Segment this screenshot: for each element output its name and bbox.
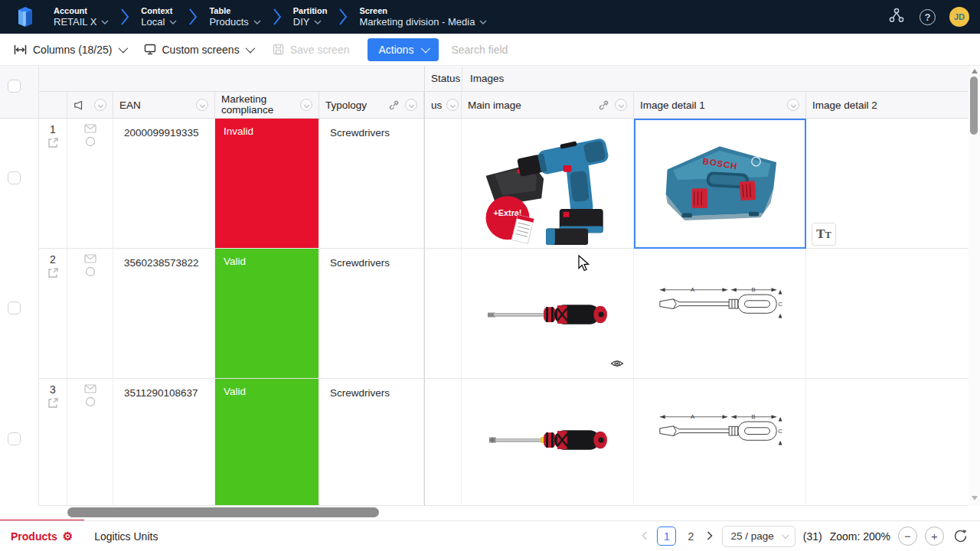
avatar[interactable]: JD (949, 7, 969, 27)
product-image-case: BOSCH (647, 135, 792, 235)
column-header-detail2[interactable]: Image detail 2 (806, 92, 969, 119)
megaphone-icon (74, 100, 83, 110)
compliance-value: Valid (215, 379, 318, 404)
tab-logitics-units[interactable]: Logitics Units (94, 530, 158, 543)
row1-compliance-cell[interactable]: Invalid (215, 119, 319, 249)
columns-selector[interactable]: Columns (18/25) (14, 44, 126, 56)
help-icon[interactable]: ? (920, 9, 936, 25)
envelope-icon[interactable] (84, 124, 96, 133)
row-checkbox[interactable] (8, 302, 21, 315)
gear-icon[interactable]: ⚙ (63, 530, 73, 543)
monitor-icon (144, 44, 156, 55)
row1-typology-cell[interactable]: Screwdrivers (319, 119, 424, 249)
search-input[interactable] (451, 44, 573, 56)
actions-button[interactable]: Actions (368, 38, 439, 61)
breadcrumb-separator-icon (273, 8, 281, 26)
row3-compliance-cell[interactable]: Valid (215, 379, 319, 506)
select-all-checkbox[interactable] (8, 80, 21, 93)
page-size-select[interactable]: 25 / page (722, 526, 795, 547)
breadcrumb-screen-label: Screen (359, 6, 487, 16)
column-menu-icon[interactable] (787, 99, 799, 111)
column-menu-icon[interactable] (94, 99, 106, 111)
row1-main-image-cell[interactable]: +Extra! (462, 119, 634, 249)
column-header-status[interactable]: us (424, 92, 462, 119)
chevron-down-icon (479, 20, 487, 24)
tab-products[interactable]: Products ⚙ (11, 530, 73, 543)
row3-ean-cell[interactable]: 3511290108637 (113, 379, 215, 506)
column-header-notifications[interactable] (67, 92, 113, 119)
envelope-icon[interactable] (84, 384, 96, 393)
row2-main-image-cell[interactable] (462, 249, 634, 379)
column-header-ean[interactable]: EAN (113, 92, 215, 119)
zoom-in-button[interactable]: + (925, 527, 944, 546)
row2-ean-cell[interactable]: 3560238573822 (113, 249, 215, 379)
zoom-out-button[interactable]: − (898, 527, 917, 546)
row3-typology-cell[interactable]: Screwdrivers (319, 379, 424, 506)
row3-status-cell[interactable] (424, 379, 462, 506)
row3-detail1-cell[interactable]: A B C (634, 379, 806, 506)
actions-label: Actions (378, 44, 413, 56)
open-record-icon[interactable] (47, 268, 58, 279)
hierarchy-icon[interactable] (887, 6, 906, 28)
breadcrumb-table[interactable]: Table Products (209, 6, 260, 28)
circle-status-icon[interactable] (85, 266, 96, 277)
breadcrumb-account[interactable]: Account RETAIL X (54, 6, 109, 28)
circle-status-icon[interactable] (85, 396, 96, 407)
page-2-button[interactable]: 2 (684, 530, 697, 543)
chevron-down-icon (253, 20, 261, 24)
vertical-scrollbar-thumb[interactable] (970, 77, 978, 135)
text-format-button[interactable]: Tt (812, 223, 836, 246)
typology-value: Screwdrivers (319, 119, 423, 147)
row2-status-cell[interactable] (424, 249, 462, 379)
chevron-down-icon (118, 44, 128, 54)
row3-detail2-cell[interactable] (806, 379, 969, 506)
breadcrumb-partition[interactable]: Partition DIY (293, 6, 328, 28)
column-header-rownum (39, 92, 67, 119)
open-record-icon[interactable] (47, 138, 58, 148)
row3-number-cell: 3 (39, 379, 67, 506)
column-menu-icon[interactable] (196, 99, 208, 111)
row2-typology-cell[interactable]: Screwdrivers (319, 249, 424, 379)
row-checkbox[interactable] (8, 171, 21, 184)
prev-page-icon[interactable] (640, 530, 649, 543)
row-checkbox[interactable] (8, 432, 21, 445)
row2-detail2-cell[interactable] (806, 249, 969, 379)
row1-ean-cell[interactable]: 2000099919335 (113, 119, 215, 249)
column-menu-icon[interactable] (300, 99, 312, 111)
pagination: 1 2 25 / page (31) Zoom: 200% − + (640, 526, 969, 547)
column-header-main-image[interactable]: Main image (462, 92, 634, 119)
scroll-down-icon[interactable] (972, 496, 978, 500)
breadcrumb-account-value: RETAIL X (54, 16, 96, 28)
row2-compliance-cell[interactable]: Valid (215, 249, 319, 379)
horizontal-scrollbar-thumb[interactable] (67, 507, 379, 517)
logo-cube-icon[interactable] (11, 4, 40, 30)
product-image-drill-kit: +Extra! (471, 122, 628, 246)
row3-flags-cell (67, 379, 113, 506)
breadcrumb-context-label: Context (141, 6, 177, 16)
column-menu-icon[interactable] (405, 99, 417, 111)
breadcrumb-context[interactable]: Context Local (141, 6, 177, 28)
next-page-icon[interactable] (705, 530, 714, 543)
column-menu-icon[interactable] (446, 99, 459, 111)
column-header-typology[interactable]: Typology (319, 92, 424, 119)
page-size-value: 25 / page (730, 530, 773, 542)
row1-detail1-cell-selected[interactable]: BOSCH (634, 119, 806, 249)
row2-detail1-cell[interactable]: A B C (634, 249, 806, 379)
row1-status-cell[interactable] (424, 119, 462, 249)
save-screen-button[interactable]: Save screen (273, 44, 350, 56)
row3-main-image-cell[interactable] (462, 379, 634, 506)
scroll-up-icon[interactable] (972, 69, 978, 73)
circle-status-icon[interactable] (85, 136, 96, 147)
breadcrumb-screen[interactable]: Screen Marketing division - Media (359, 6, 487, 28)
column-menu-icon[interactable] (615, 99, 627, 111)
refresh-button[interactable] (952, 527, 969, 545)
product-image-screwdriver (488, 301, 609, 328)
page-1-button[interactable]: 1 (657, 527, 676, 546)
custom-screens-selector[interactable]: Custom screens (144, 44, 253, 56)
column-header-status-label: us (431, 100, 442, 110)
eye-icon[interactable] (610, 358, 624, 372)
open-record-icon[interactable] (47, 398, 58, 409)
column-header-detail1[interactable]: Image detail 1 (634, 92, 806, 119)
envelope-icon[interactable] (84, 254, 96, 263)
column-header-compliance[interactable]: Marketing compliance (215, 92, 319, 119)
